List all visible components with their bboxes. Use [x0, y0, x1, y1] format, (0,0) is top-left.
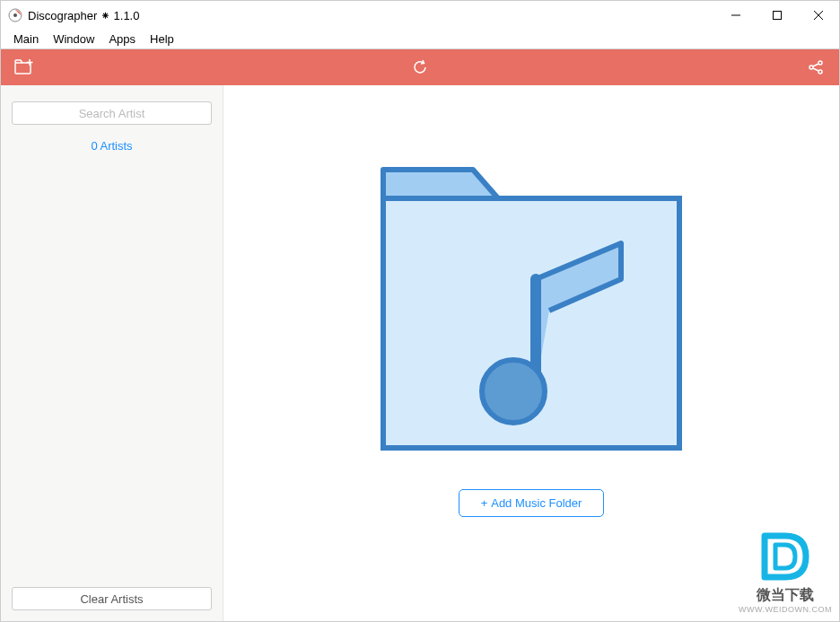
menu-main[interactable]: Main [6, 31, 46, 48]
svg-point-1 [13, 13, 17, 17]
clear-artists-button[interactable]: Clear Artists [12, 587, 212, 610]
share-icon [808, 59, 824, 75]
close-button[interactable] [798, 1, 839, 30]
titlebar: Discographer ⁕ 1.1.0 [1, 1, 839, 30]
search-artist-input[interactable] [12, 101, 212, 125]
svg-point-11 [818, 70, 822, 74]
share-button[interactable] [803, 55, 828, 80]
svg-point-10 [809, 66, 813, 69]
minimize-button[interactable] [715, 1, 757, 30]
refresh-button[interactable] [407, 55, 433, 80]
window-title: Discographer ⁕ 1.1.0 [28, 9, 139, 22]
svg-point-9 [818, 61, 822, 65]
svg-line-12 [813, 64, 819, 66]
plus-icon: + [481, 496, 488, 510]
watermark: 微当下载 WWW.WEIDOWN.COM [739, 525, 832, 614]
svg-point-16 [482, 360, 545, 423]
svg-rect-3 [774, 12, 782, 20]
artist-count-label: 0 Artists [12, 139, 212, 153]
svg-rect-6 [15, 63, 31, 74]
menu-help[interactable]: Help [143, 31, 181, 48]
app-icon [8, 8, 22, 22]
add-folder-icon [14, 59, 34, 75]
add-music-folder-label: Add Music Folder [491, 496, 582, 510]
watermark-text-2: WWW.WEIDOWN.COM [739, 605, 832, 614]
menubar: Main Window Apps Help [1, 30, 839, 49]
svg-line-13 [813, 68, 819, 71]
window-controls [715, 1, 839, 30]
watermark-logo-icon [754, 525, 817, 588]
add-music-folder-button[interactable]: + Add Music Folder [459, 489, 605, 517]
add-folder-toolbar-button[interactable] [12, 55, 37, 80]
music-folder-illustration [365, 153, 697, 459]
refresh-icon [412, 59, 428, 75]
maximize-button[interactable] [757, 1, 798, 30]
body: 0 Artists Clear Artists + Add Music Fold… [1, 85, 839, 621]
toolbar [1, 49, 839, 85]
menu-window[interactable]: Window [46, 31, 101, 48]
watermark-text-1: 微当下载 [739, 586, 832, 605]
menu-apps[interactable]: Apps [101, 31, 143, 48]
sidebar: 0 Artists Clear Artists [1, 85, 223, 621]
